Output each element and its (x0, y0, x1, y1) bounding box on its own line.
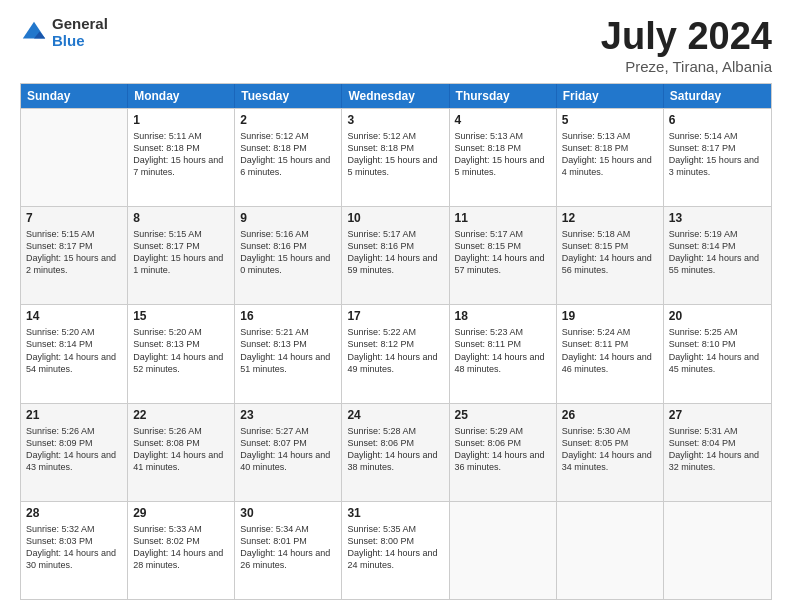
day-number: 16 (240, 309, 336, 323)
day-number: 2 (240, 113, 336, 127)
calendar-cell: 17Sunrise: 5:22 AM Sunset: 8:12 PM Dayli… (342, 305, 449, 402)
day-info: Sunrise: 5:30 AM Sunset: 8:05 PM Dayligh… (562, 425, 658, 474)
calendar-cell: 31Sunrise: 5:35 AM Sunset: 8:00 PM Dayli… (342, 502, 449, 599)
header-monday: Monday (128, 84, 235, 108)
calendar-row-5: 28Sunrise: 5:32 AM Sunset: 8:03 PM Dayli… (21, 501, 771, 599)
header-saturday: Saturday (664, 84, 771, 108)
day-number: 6 (669, 113, 766, 127)
day-number: 14 (26, 309, 122, 323)
calendar-cell (557, 502, 664, 599)
calendar-cell: 27Sunrise: 5:31 AM Sunset: 8:04 PM Dayli… (664, 404, 771, 501)
calendar-cell: 3Sunrise: 5:12 AM Sunset: 8:18 PM Daylig… (342, 109, 449, 206)
day-info: Sunrise: 5:16 AM Sunset: 8:16 PM Dayligh… (240, 228, 336, 277)
day-info: Sunrise: 5:35 AM Sunset: 8:00 PM Dayligh… (347, 523, 443, 572)
header-sunday: Sunday (21, 84, 128, 108)
day-number: 10 (347, 211, 443, 225)
day-info: Sunrise: 5:33 AM Sunset: 8:02 PM Dayligh… (133, 523, 229, 572)
calendar-cell: 14Sunrise: 5:20 AM Sunset: 8:14 PM Dayli… (21, 305, 128, 402)
calendar-cell: 30Sunrise: 5:34 AM Sunset: 8:01 PM Dayli… (235, 502, 342, 599)
logo-text: General Blue (52, 16, 108, 49)
calendar-cell: 22Sunrise: 5:26 AM Sunset: 8:08 PM Dayli… (128, 404, 235, 501)
day-info: Sunrise: 5:21 AM Sunset: 8:13 PM Dayligh… (240, 326, 336, 375)
calendar-cell: 11Sunrise: 5:17 AM Sunset: 8:15 PM Dayli… (450, 207, 557, 304)
calendar-header: Sunday Monday Tuesday Wednesday Thursday… (21, 84, 771, 108)
page: General Blue July 2024 Preze, Tirana, Al… (0, 0, 792, 612)
day-number: 23 (240, 408, 336, 422)
header-thursday: Thursday (450, 84, 557, 108)
calendar-cell: 23Sunrise: 5:27 AM Sunset: 8:07 PM Dayli… (235, 404, 342, 501)
header-friday: Friday (557, 84, 664, 108)
day-number: 11 (455, 211, 551, 225)
calendar-cell: 2Sunrise: 5:12 AM Sunset: 8:18 PM Daylig… (235, 109, 342, 206)
day-info: Sunrise: 5:13 AM Sunset: 8:18 PM Dayligh… (562, 130, 658, 179)
calendar-cell: 20Sunrise: 5:25 AM Sunset: 8:10 PM Dayli… (664, 305, 771, 402)
day-number: 27 (669, 408, 766, 422)
day-info: Sunrise: 5:27 AM Sunset: 8:07 PM Dayligh… (240, 425, 336, 474)
calendar-row-1: 1Sunrise: 5:11 AM Sunset: 8:18 PM Daylig… (21, 108, 771, 206)
calendar-cell: 26Sunrise: 5:30 AM Sunset: 8:05 PM Dayli… (557, 404, 664, 501)
day-info: Sunrise: 5:31 AM Sunset: 8:04 PM Dayligh… (669, 425, 766, 474)
calendar-cell: 1Sunrise: 5:11 AM Sunset: 8:18 PM Daylig… (128, 109, 235, 206)
day-number: 17 (347, 309, 443, 323)
header-wednesday: Wednesday (342, 84, 449, 108)
calendar-cell: 18Sunrise: 5:23 AM Sunset: 8:11 PM Dayli… (450, 305, 557, 402)
day-number: 12 (562, 211, 658, 225)
day-number: 15 (133, 309, 229, 323)
calendar-cell: 4Sunrise: 5:13 AM Sunset: 8:18 PM Daylig… (450, 109, 557, 206)
calendar-cell: 8Sunrise: 5:15 AM Sunset: 8:17 PM Daylig… (128, 207, 235, 304)
title-block: July 2024 Preze, Tirana, Albania (601, 16, 772, 75)
calendar-cell: 6Sunrise: 5:14 AM Sunset: 8:17 PM Daylig… (664, 109, 771, 206)
calendar-cell (664, 502, 771, 599)
calendar-row-4: 21Sunrise: 5:26 AM Sunset: 8:09 PM Dayli… (21, 403, 771, 501)
day-number: 1 (133, 113, 229, 127)
day-info: Sunrise: 5:12 AM Sunset: 8:18 PM Dayligh… (347, 130, 443, 179)
calendar-cell: 9Sunrise: 5:16 AM Sunset: 8:16 PM Daylig… (235, 207, 342, 304)
day-number: 4 (455, 113, 551, 127)
calendar-cell: 21Sunrise: 5:26 AM Sunset: 8:09 PM Dayli… (21, 404, 128, 501)
day-info: Sunrise: 5:26 AM Sunset: 8:09 PM Dayligh… (26, 425, 122, 474)
calendar-cell: 19Sunrise: 5:24 AM Sunset: 8:11 PM Dayli… (557, 305, 664, 402)
day-info: Sunrise: 5:11 AM Sunset: 8:18 PM Dayligh… (133, 130, 229, 179)
day-info: Sunrise: 5:18 AM Sunset: 8:15 PM Dayligh… (562, 228, 658, 277)
day-info: Sunrise: 5:13 AM Sunset: 8:18 PM Dayligh… (455, 130, 551, 179)
header: General Blue July 2024 Preze, Tirana, Al… (20, 16, 772, 75)
day-info: Sunrise: 5:12 AM Sunset: 8:18 PM Dayligh… (240, 130, 336, 179)
calendar-row-3: 14Sunrise: 5:20 AM Sunset: 8:14 PM Dayli… (21, 304, 771, 402)
logo: General Blue (20, 16, 108, 49)
day-info: Sunrise: 5:23 AM Sunset: 8:11 PM Dayligh… (455, 326, 551, 375)
day-info: Sunrise: 5:17 AM Sunset: 8:16 PM Dayligh… (347, 228, 443, 277)
logo-blue: Blue (52, 33, 108, 50)
day-info: Sunrise: 5:22 AM Sunset: 8:12 PM Dayligh… (347, 326, 443, 375)
day-info: Sunrise: 5:29 AM Sunset: 8:06 PM Dayligh… (455, 425, 551, 474)
day-number: 3 (347, 113, 443, 127)
header-tuesday: Tuesday (235, 84, 342, 108)
day-number: 13 (669, 211, 766, 225)
calendar-cell: 13Sunrise: 5:19 AM Sunset: 8:14 PM Dayli… (664, 207, 771, 304)
day-number: 22 (133, 408, 229, 422)
day-number: 26 (562, 408, 658, 422)
day-number: 7 (26, 211, 122, 225)
day-number: 24 (347, 408, 443, 422)
calendar-cell: 16Sunrise: 5:21 AM Sunset: 8:13 PM Dayli… (235, 305, 342, 402)
day-number: 30 (240, 506, 336, 520)
day-number: 25 (455, 408, 551, 422)
logo-general: General (52, 16, 108, 33)
day-info: Sunrise: 5:28 AM Sunset: 8:06 PM Dayligh… (347, 425, 443, 474)
day-number: 19 (562, 309, 658, 323)
calendar-cell: 7Sunrise: 5:15 AM Sunset: 8:17 PM Daylig… (21, 207, 128, 304)
calendar-cell (21, 109, 128, 206)
calendar-body: 1Sunrise: 5:11 AM Sunset: 8:18 PM Daylig… (21, 108, 771, 599)
day-info: Sunrise: 5:15 AM Sunset: 8:17 PM Dayligh… (26, 228, 122, 277)
calendar-row-2: 7Sunrise: 5:15 AM Sunset: 8:17 PM Daylig… (21, 206, 771, 304)
day-info: Sunrise: 5:15 AM Sunset: 8:17 PM Dayligh… (133, 228, 229, 277)
day-info: Sunrise: 5:14 AM Sunset: 8:17 PM Dayligh… (669, 130, 766, 179)
calendar: Sunday Monday Tuesday Wednesday Thursday… (20, 83, 772, 600)
day-number: 21 (26, 408, 122, 422)
title-location: Preze, Tirana, Albania (601, 58, 772, 75)
calendar-cell: 29Sunrise: 5:33 AM Sunset: 8:02 PM Dayli… (128, 502, 235, 599)
calendar-cell: 12Sunrise: 5:18 AM Sunset: 8:15 PM Dayli… (557, 207, 664, 304)
calendar-cell: 28Sunrise: 5:32 AM Sunset: 8:03 PM Dayli… (21, 502, 128, 599)
day-number: 18 (455, 309, 551, 323)
title-month: July 2024 (601, 16, 772, 58)
day-number: 31 (347, 506, 443, 520)
